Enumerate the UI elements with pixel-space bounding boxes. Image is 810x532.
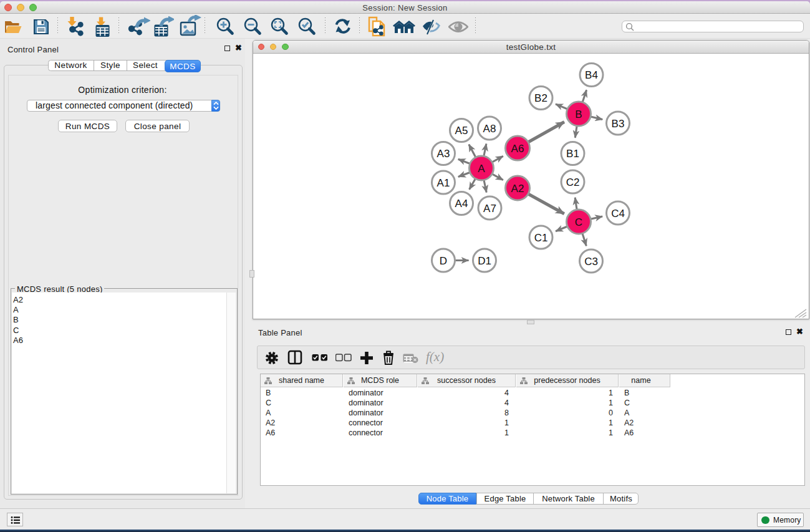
svg-text:A8: A8 bbox=[483, 123, 496, 135]
svg-text:A6: A6 bbox=[511, 143, 524, 155]
svg-text:A4: A4 bbox=[455, 198, 468, 210]
svg-text:A1: A1 bbox=[437, 177, 450, 189]
svg-text:C1: C1 bbox=[534, 232, 548, 244]
svg-text:B: B bbox=[575, 109, 582, 120]
svg-text:C2: C2 bbox=[566, 177, 580, 188]
svg-text:B3: B3 bbox=[612, 118, 625, 130]
svg-text:A5: A5 bbox=[455, 125, 468, 137]
svg-text:C3: C3 bbox=[584, 256, 598, 268]
svg-text:D1: D1 bbox=[478, 255, 491, 267]
svg-text:C: C bbox=[575, 216, 582, 228]
svg-text:B1: B1 bbox=[566, 148, 579, 160]
svg-text:B2: B2 bbox=[534, 92, 547, 104]
svg-text:B4: B4 bbox=[585, 69, 598, 81]
svg-text:A7: A7 bbox=[483, 203, 496, 215]
svg-text:A3: A3 bbox=[437, 148, 450, 160]
svg-text:A: A bbox=[478, 163, 485, 175]
svg-text:D: D bbox=[440, 255, 447, 267]
svg-text:A2: A2 bbox=[511, 183, 524, 195]
svg-text:C4: C4 bbox=[611, 208, 625, 220]
